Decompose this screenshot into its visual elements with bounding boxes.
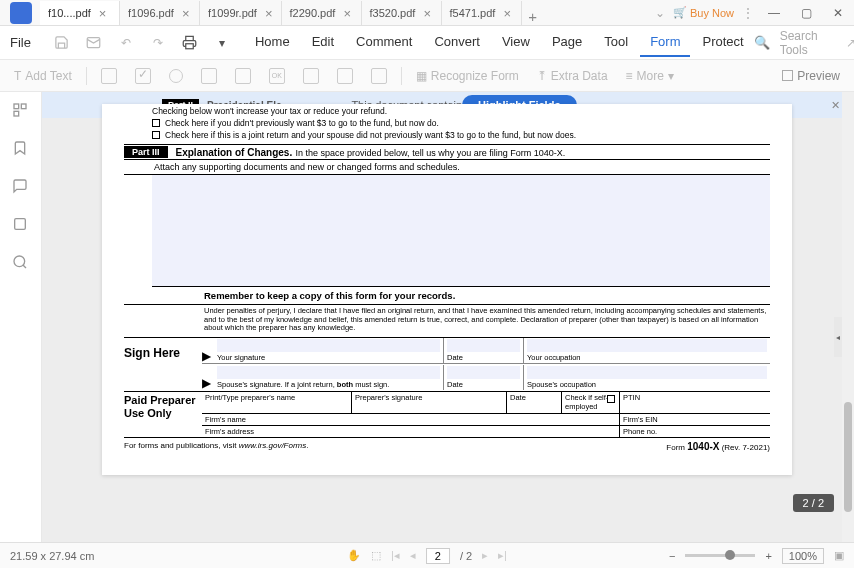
file-menu[interactable]: File bbox=[6, 29, 41, 56]
spouse-signature-field[interactable] bbox=[217, 366, 440, 379]
tab-doc-3[interactable]: f2290.pdf× bbox=[282, 1, 362, 25]
svg-rect-3 bbox=[21, 104, 26, 109]
scrollbar-thumb[interactable] bbox=[844, 402, 852, 512]
image-tool[interactable] bbox=[299, 65, 323, 87]
listbox-tool[interactable] bbox=[231, 65, 255, 87]
collapse-right-handle[interactable]: ◂ bbox=[834, 317, 842, 357]
prev-page-button[interactable]: ◂ bbox=[410, 549, 416, 562]
preview-checkbox[interactable]: Preview bbox=[778, 66, 844, 86]
page-number-input[interactable] bbox=[426, 548, 450, 564]
phone-cell[interactable]: Phone no. bbox=[620, 426, 770, 437]
minimize-button[interactable]: — bbox=[762, 1, 786, 25]
zoom-slider-thumb[interactable] bbox=[725, 550, 735, 560]
select-tool-icon[interactable]: ⬚ bbox=[371, 549, 381, 562]
textfield-tool[interactable] bbox=[97, 65, 121, 87]
save-icon[interactable] bbox=[51, 32, 73, 54]
menu-home[interactable]: Home bbox=[245, 28, 300, 57]
checkbox-fund-spouse[interactable] bbox=[152, 131, 160, 139]
vertical-scrollbar[interactable] bbox=[842, 92, 854, 542]
kebab-icon[interactable]: ⋮ bbox=[742, 6, 754, 20]
close-icon[interactable]: × bbox=[343, 6, 351, 21]
tab-doc-2[interactable]: f1099r.pdf× bbox=[200, 1, 282, 25]
menu-convert[interactable]: Convert bbox=[424, 28, 490, 57]
svg-rect-4 bbox=[14, 111, 19, 116]
redo-icon[interactable]: ↷ bbox=[147, 32, 169, 54]
buy-now-link[interactable]: 🛒Buy Now bbox=[673, 6, 734, 19]
preparer-sig-cell[interactable]: Preparer's signature bbox=[352, 392, 507, 413]
bookmark-icon[interactable] bbox=[12, 140, 30, 158]
new-tab-button[interactable]: + bbox=[522, 8, 544, 25]
extra-data-button[interactable]: ⤒Extra Data bbox=[533, 66, 612, 86]
recognize-form-button[interactable]: ▦Recognize Form bbox=[412, 66, 523, 86]
last-page-button[interactable]: ▸| bbox=[498, 549, 507, 562]
occupation-field[interactable] bbox=[527, 339, 767, 352]
menu-form[interactable]: Form bbox=[640, 28, 690, 57]
maximize-button[interactable]: ▢ bbox=[794, 1, 818, 25]
explanation-field[interactable] bbox=[152, 175, 770, 287]
menu-protect[interactable]: Protect bbox=[692, 28, 753, 57]
close-icon[interactable]: × bbox=[503, 6, 511, 21]
more-button[interactable]: ≡More▾ bbox=[622, 66, 678, 86]
tab-doc-4[interactable]: f3520.pdf× bbox=[362, 1, 442, 25]
menu-tool[interactable]: Tool bbox=[594, 28, 638, 57]
firm-name-cell[interactable]: Firm's name bbox=[202, 414, 620, 425]
signature-tool[interactable] bbox=[333, 65, 357, 87]
menu-comment[interactable]: Comment bbox=[346, 28, 422, 57]
fit-page-icon[interactable]: ▣ bbox=[834, 549, 844, 562]
close-icon[interactable]: × bbox=[265, 6, 273, 21]
chevron-down-icon[interactable]: ⌄ bbox=[655, 6, 665, 20]
mail-icon[interactable] bbox=[83, 32, 105, 54]
self-employed-cell[interactable]: Check if self-employed bbox=[562, 392, 620, 413]
next-page-button[interactable]: ▸ bbox=[482, 549, 488, 562]
date-tool[interactable] bbox=[367, 65, 391, 87]
tab-doc-1[interactable]: f1096.pdf× bbox=[120, 1, 200, 25]
ptin-cell[interactable]: PTIN bbox=[620, 392, 770, 413]
search-tools-input[interactable]: Search Tools bbox=[780, 29, 833, 57]
search-panel-icon[interactable] bbox=[12, 254, 30, 272]
thumbnails-icon[interactable] bbox=[12, 102, 30, 120]
comment-icon[interactable] bbox=[12, 178, 30, 196]
page-dimensions: 21.59 x 27.94 cm bbox=[10, 550, 94, 562]
firm-address-cell[interactable]: Firm's address bbox=[202, 426, 620, 437]
self-employed-checkbox[interactable] bbox=[607, 395, 615, 403]
tab-label: f1096.pdf bbox=[128, 7, 174, 19]
menu-view[interactable]: View bbox=[492, 28, 540, 57]
attachment-icon[interactable] bbox=[12, 216, 30, 234]
close-window-button[interactable]: ✕ bbox=[826, 1, 850, 25]
print-icon[interactable] bbox=[179, 32, 201, 54]
checkbox-fund-you[interactable] bbox=[152, 119, 160, 127]
first-page-button[interactable]: |◂ bbox=[391, 549, 400, 562]
menu-page[interactable]: Page bbox=[542, 28, 592, 57]
sig-date-field[interactable] bbox=[447, 339, 520, 352]
your-signature-field[interactable] bbox=[217, 339, 440, 352]
spouse-occupation-field[interactable] bbox=[527, 366, 767, 379]
undo-icon[interactable]: ↶ bbox=[115, 32, 137, 54]
add-text-button[interactable]: TAdd Text bbox=[10, 66, 76, 86]
firm-ein-cell[interactable]: Firm's EIN bbox=[620, 414, 770, 425]
button-tool[interactable]: OK bbox=[265, 65, 289, 87]
close-notice-button[interactable]: ✕ bbox=[831, 99, 840, 112]
dropdown-icon[interactable]: ▾ bbox=[211, 32, 233, 54]
spouse-date-field[interactable] bbox=[447, 366, 520, 379]
close-icon[interactable]: × bbox=[423, 6, 431, 21]
attach-text: Attach any supporting documents and new … bbox=[124, 160, 770, 175]
pdf-page: Checking below won't increase your tax o… bbox=[102, 104, 792, 475]
zoom-level[interactable]: 100% bbox=[782, 548, 824, 564]
preparer-name-cell[interactable]: Print/Type preparer's name bbox=[202, 392, 352, 413]
zoom-slider[interactable] bbox=[685, 554, 755, 557]
close-icon[interactable]: × bbox=[182, 6, 190, 21]
zoom-in-button[interactable]: + bbox=[765, 550, 771, 562]
zoom-out-button[interactable]: − bbox=[669, 550, 675, 562]
close-icon[interactable]: × bbox=[99, 6, 107, 21]
dropdown-tool[interactable] bbox=[197, 65, 221, 87]
open-external-icon[interactable]: ↗ bbox=[843, 32, 854, 54]
hand-tool-icon[interactable]: ✋ bbox=[347, 549, 361, 562]
preparer-date-cell[interactable]: Date bbox=[507, 392, 562, 413]
keep-copy-text: Remember to keep a copy of this form for… bbox=[124, 287, 770, 305]
tab-doc-5[interactable]: f5471.pdf× bbox=[442, 1, 522, 25]
app-logo bbox=[10, 2, 32, 24]
radio-tool[interactable] bbox=[165, 66, 187, 86]
menu-edit[interactable]: Edit bbox=[302, 28, 344, 57]
checkbox-tool[interactable]: ✓ bbox=[131, 65, 155, 87]
tab-doc-0[interactable]: f10....pdf× bbox=[40, 1, 120, 25]
